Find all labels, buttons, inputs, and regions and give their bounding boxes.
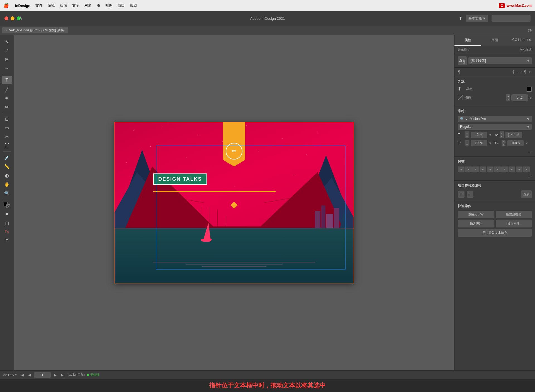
- rect-frame-tool[interactable]: ⊡: [2, 115, 12, 123]
- gradient-tool[interactable]: ◐: [2, 171, 12, 180]
- hand-tool[interactable]: ✋: [2, 180, 12, 188]
- pen-tool[interactable]: ✒: [2, 94, 12, 102]
- h-scale-input[interactable]: 100%: [507, 140, 524, 146]
- leading-up[interactable]: ▲: [500, 131, 504, 135]
- zoom-control[interactable]: 82.12% ∨: [3, 373, 17, 377]
- direct-select-tool[interactable]: ↗: [2, 46, 12, 55]
- stroke-down-arrow[interactable]: ▼: [506, 97, 510, 101]
- hscale-chevron[interactable]: ∨: [526, 141, 528, 145]
- first-page-btn[interactable]: |◀: [19, 373, 25, 377]
- pencil-tool[interactable]: ✏: [2, 103, 12, 111]
- menu-layout[interactable]: 版面: [60, 3, 67, 8]
- rect-tool[interactable]: ▭: [2, 124, 12, 132]
- minimize-button[interactable]: [11, 16, 14, 20]
- leading-down[interactable]: ▼: [500, 135, 504, 138]
- tab-cc-libraries[interactable]: CC Libraries: [508, 35, 535, 46]
- para-icon-add[interactable]: ＋: [528, 69, 532, 74]
- font-search-box[interactable]: 🔍 ∨ Minion Pro ∨: [458, 116, 532, 122]
- size-down[interactable]: ▼: [465, 135, 469, 138]
- para-icon-1[interactable]: ¶→: [512, 70, 519, 74]
- hscale-down[interactable]: ▼: [502, 143, 505, 146]
- align-justify-all[interactable]: ≡: [509, 166, 515, 172]
- placeholder-fill-btn[interactable]: 用占位符文本填充: [458, 229, 532, 237]
- panels-toggle-icon[interactable]: ≫: [528, 28, 533, 33]
- app-name[interactable]: InDesign: [15, 4, 30, 8]
- document-tab[interactable]: × *Add_text.indd @ 82% [GPU 预览] [转换]: [2, 27, 68, 33]
- normal-mode[interactable]: T↯: [2, 228, 12, 236]
- menu-table[interactable]: 表: [97, 3, 100, 8]
- next-page-btn[interactable]: ▶: [53, 373, 58, 377]
- align-justify-last-right[interactable]: ≡: [501, 166, 508, 172]
- vscale-down[interactable]: ▼: [465, 143, 469, 146]
- tab-pages[interactable]: 页面: [481, 35, 508, 46]
- gap-tool[interactable]: ↔: [2, 64, 12, 72]
- page-tool[interactable]: ⊞: [2, 55, 12, 63]
- page-number-input[interactable]: 1: [34, 372, 51, 378]
- apply-gradient[interactable]: ◫: [2, 219, 12, 227]
- menu-file[interactable]: 文件: [35, 3, 43, 8]
- menu-view[interactable]: 视图: [105, 3, 113, 8]
- share-icon[interactable]: ⬆: [459, 16, 462, 21]
- character-more-icon[interactable]: …: [458, 148, 532, 154]
- v-scale-spinner[interactable]: ▲ ▼: [465, 140, 469, 146]
- list-options-label[interactable]: 选项: [521, 190, 532, 198]
- select-tool[interactable]: ↖: [2, 37, 12, 46]
- size-chevron[interactable]: ∨: [489, 133, 491, 137]
- menu-object[interactable]: 对象: [84, 3, 92, 8]
- menu-help[interactable]: 帮助: [130, 3, 137, 8]
- leading-input[interactable]: (14.4 点: [505, 132, 522, 138]
- vscale-chevron[interactable]: ∨: [489, 141, 491, 145]
- menu-text[interactable]: 文字: [72, 3, 79, 8]
- type-tool[interactable]: T: [2, 76, 12, 84]
- stroke-value-input[interactable]: 0 点: [511, 94, 528, 101]
- align-center[interactable]: ≡: [465, 166, 472, 172]
- insert-endnote-btn[interactable]: 插入尾注: [496, 220, 532, 227]
- measure-tool[interactable]: 📏: [2, 162, 12, 171]
- apply-color[interactable]: ■: [2, 210, 12, 218]
- zoom-tool[interactable]: 🔍: [2, 189, 12, 197]
- numbered-list-btn[interactable]: ⋮: [467, 191, 473, 198]
- free-transform[interactable]: ⛶: [2, 141, 12, 150]
- stroke-spinner[interactable]: ▲ ▼: [506, 94, 510, 101]
- scissors-tool[interactable]: ✂: [2, 133, 12, 141]
- font-size-input[interactable]: 12 点: [471, 132, 487, 138]
- line-tool[interactable]: ╱: [2, 85, 12, 93]
- fill-swatch[interactable]: [527, 87, 532, 92]
- fill-stroke[interactable]: [2, 201, 12, 209]
- menu-window[interactable]: 窗口: [118, 3, 125, 8]
- paragraph-more-icon[interactable]: …: [458, 172, 532, 178]
- align-away-spine[interactable]: ≡: [523, 166, 530, 172]
- insert-footnote-btn[interactable]: 插入脚注: [458, 220, 494, 227]
- align-justify-last-left[interactable]: ≡: [487, 166, 493, 172]
- stroke-unit-chevron[interactable]: ∨: [529, 95, 532, 99]
- eyedropper-tool[interactable]: 💉: [2, 153, 12, 162]
- hscale-up[interactable]: ▲: [502, 140, 505, 143]
- h-scale-spinner[interactable]: ▲ ▼: [502, 140, 505, 146]
- last-page-btn[interactable]: ▶|: [60, 373, 65, 377]
- preview-mode[interactable]: T: [2, 237, 12, 245]
- home-icon[interactable]: ⌂: [19, 16, 22, 21]
- para-icon-2[interactable]: ←¶: [520, 70, 526, 74]
- close-button[interactable]: [4, 16, 8, 20]
- font-size-spinner[interactable]: ▲ ▼: [465, 131, 469, 138]
- align-justify[interactable]: ≡: [480, 166, 486, 172]
- v-scale-input[interactable]: 100%: [471, 140, 487, 146]
- align-right[interactable]: ≡: [472, 166, 479, 172]
- workspace-selector[interactable]: 基本功能 ∨: [466, 15, 488, 22]
- search-box[interactable]: [492, 15, 531, 22]
- tab-close-icon[interactable]: ×: [6, 29, 7, 32]
- zoom-chevron[interactable]: ∨: [15, 373, 17, 377]
- leading-spinner[interactable]: ▲ ▼: [500, 131, 504, 138]
- font-style-dropdown[interactable]: Regular ∨: [458, 124, 532, 130]
- font-family-chevron[interactable]: ∨: [527, 117, 529, 121]
- align-justify-last-center[interactable]: ≡: [494, 166, 501, 172]
- stroke-up-arrow[interactable]: ▲: [506, 94, 510, 97]
- change-case-btn[interactable]: 更改大小写: [458, 211, 494, 218]
- prev-page-btn[interactable]: ◀: [27, 373, 32, 377]
- list-options-btn[interactable]: 选项: [521, 190, 532, 198]
- align-toward-spine[interactable]: ≡: [516, 166, 522, 172]
- menu-edit[interactable]: 编辑: [48, 3, 55, 8]
- tab-properties[interactable]: 属性: [454, 35, 481, 46]
- align-left[interactable]: ≡: [458, 166, 465, 172]
- canvas-area[interactable]: ✏ DESIGN TALKS: [14, 35, 454, 370]
